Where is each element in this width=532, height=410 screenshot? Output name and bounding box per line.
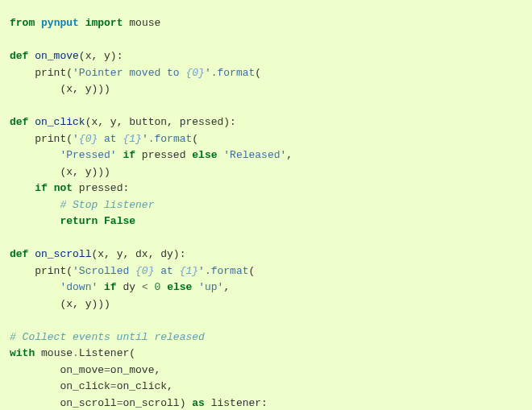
keyword-def: def <box>10 116 28 128</box>
code-line: if not pressed: <box>10 182 129 194</box>
call-print: print <box>35 265 66 277</box>
code-line: with mouse.Listener( <box>10 347 135 359</box>
code-line: print('Pointer moved to {0}'.format( <box>10 67 261 79</box>
comment: # Collect events until released <box>10 331 205 343</box>
string: 'Scrolled <box>73 265 135 277</box>
keyword-else: else <box>167 281 192 293</box>
keyword-return: return <box>60 215 98 227</box>
code-line: return False <box>10 215 135 227</box>
method-format: format <box>218 67 256 79</box>
code-line: print('Scrolled {0} at {1}'.format( <box>10 265 255 277</box>
string-placeholder: {0} <box>135 265 154 277</box>
keyword-if: if <box>35 182 48 194</box>
python-code-block: from pynput import mouse def on_move(x, … <box>0 10 532 410</box>
keyword-with: with <box>10 347 35 359</box>
params: (x, y, dx, dy): <box>91 248 185 260</box>
keyword-if: if <box>123 149 135 161</box>
code-line: def on_move(x, y): <box>10 50 123 62</box>
function-name: on_click <box>35 116 85 128</box>
call-print: print <box>35 133 66 145</box>
keyword-def: def <box>10 248 28 260</box>
code-line: # Collect events until released <box>10 331 205 343</box>
string-placeholder: {0} <box>185 67 204 79</box>
keyword-not: not <box>54 182 73 194</box>
code-line: from pynput import mouse <box>10 17 160 29</box>
string-placeholder: {0} <box>79 133 98 145</box>
function-name: on_move <box>35 50 79 62</box>
keyword-def: def <box>10 50 28 62</box>
method-format: format <box>155 133 193 145</box>
code-line: (x, y))) <box>10 298 110 310</box>
code-line: 'Pressed' if pressed else 'Released', <box>10 149 293 161</box>
code-line: on_scroll=on_scroll) as listener: <box>10 397 268 409</box>
code-line: def on_scroll(x, y, dx, dy): <box>10 248 185 260</box>
keyword-as: as <box>192 397 205 409</box>
params: (x, y): <box>79 50 123 62</box>
string-placeholder: {1} <box>180 265 198 277</box>
code-line: 'down' if dy < 0 else 'up', <box>10 281 230 293</box>
method-format: format <box>211 265 249 277</box>
string: 'down' <box>60 281 98 293</box>
code-line: def on_click(x, y, button, pressed): <box>10 116 236 128</box>
string: 'Pressed' <box>60 149 116 161</box>
code-line: print('{0} at {1}'.format( <box>10 133 198 145</box>
string: 'Released' <box>223 149 286 161</box>
string: 'up' <box>198 281 223 293</box>
code-line: # Stop listener <box>10 199 154 211</box>
string: 'Pointer moved to <box>73 67 185 79</box>
params: (x, y, button, pressed): <box>85 116 236 128</box>
keyword-from: from <box>10 17 35 29</box>
keyword-else: else <box>192 149 217 161</box>
keyword-false: False <box>104 215 135 227</box>
code-line: (x, y))) <box>10 83 110 95</box>
keyword-import: import <box>85 17 123 29</box>
code-line: on_move=on_move, <box>10 364 160 376</box>
module-name: pynput <box>41 17 79 29</box>
code-line: (x, y))) <box>10 166 110 178</box>
string-placeholder: {1} <box>123 133 141 145</box>
operator-lt: < <box>142 281 148 293</box>
function-name: on_scroll <box>35 248 91 260</box>
comment: # Stop listener <box>60 199 154 211</box>
call-print: print <box>35 67 66 79</box>
code-line: on_click=on_click, <box>10 380 173 392</box>
keyword-if: if <box>104 281 117 293</box>
identifier: mouse <box>129 17 160 29</box>
